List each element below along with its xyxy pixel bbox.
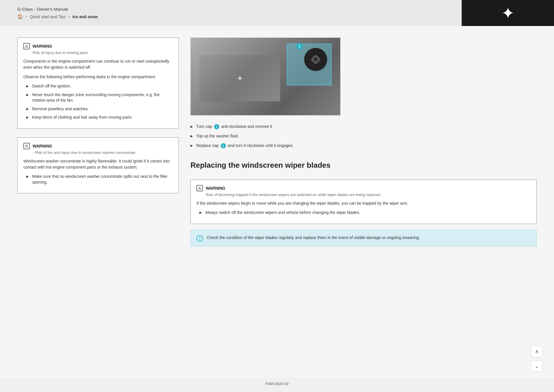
warning-header-2: ⚠ WARNING: [23, 143, 173, 149]
warning-subtitle-1: Risk of injury due to moving parts: [33, 51, 173, 55]
left-column: ⚠ WARNING Risk of injury due to moving p…: [17, 38, 179, 366]
warning-title-2: WARNING: [33, 144, 52, 148]
scroll-up-button[interactable]: ∧: [531, 346, 542, 357]
wiper-warning-bullets: ▶ Always switch off the windscreen wiper…: [199, 210, 531, 216]
bullet-text: Switch off the ignition.: [32, 83, 71, 89]
mercedes-star-icon: ✦: [501, 4, 515, 23]
breadcrumb-quick-start[interactable]: Quick start and Tips: [30, 14, 66, 19]
list-item: ▶ Keep items of clothing and hair away f…: [26, 115, 173, 120]
warning-body-1: Components in the engine compartment can…: [23, 58, 173, 70]
breadcrumb-current: Ice and snow: [72, 14, 98, 19]
warning-body-2: Windscreen washer concentrate is highly …: [23, 158, 173, 170]
warning-icon-2: ⚠: [23, 143, 30, 149]
warning-bullets-2: ▶ Make sure that no windscreen washer co…: [26, 174, 173, 185]
warning-observe: Observe the following before performing …: [23, 74, 173, 80]
cap-badge-2: 1: [221, 143, 226, 148]
warning-box-2: ⚠ WARNING - Risk of fire and injury due …: [17, 137, 179, 193]
bullet-arrow-icon: ▶: [190, 124, 193, 129]
bullet-text: Make sure that no windscreen washer conc…: [32, 174, 173, 185]
step-item-1: ▶ Turn cap 1 anti-clockwise and remove i…: [190, 124, 537, 130]
wiper-warning-body: If the windscreen wipers begin to move w…: [196, 200, 531, 206]
svg-point-0: [313, 57, 318, 62]
cap-circle: [304, 48, 327, 71]
step-text-2: Top up the washer fluid.: [196, 133, 239, 139]
wiper-warning-icon: ⚠: [196, 185, 203, 191]
bullet-text: Remove jewellery and watches.: [32, 106, 89, 112]
list-item: ▶ Never touch the danger zone surroundin…: [26, 92, 173, 103]
engine-image: ✦ 1: [190, 38, 340, 115]
step-text-3: Replace cap 1 and turn it clockwise unti…: [196, 143, 294, 149]
warning-bullets-1: ▶ Switch off the ignition. ▶ Never touch…: [26, 83, 173, 120]
wiper-warning-box: ⚠ WARNING Risk of becoming trapped if th…: [190, 180, 537, 224]
bullet-arrow-icon: ▶: [26, 115, 29, 120]
bullet-arrow-icon: ▶: [26, 107, 29, 111]
warning-icon-1: ⚠: [23, 43, 30, 49]
info-text: Check the condition of the wiper blades …: [207, 235, 420, 241]
bullet-arrow-icon: ▶: [26, 84, 29, 88]
engine-star-icon: ✦: [236, 73, 244, 83]
list-item: ▶ Always switch off the windscreen wiper…: [199, 210, 531, 216]
warning-header-1: ⚠ WARNING: [23, 43, 173, 49]
header-content: G-Class - Owner's Manual 🏠 > Quick start…: [17, 7, 98, 19]
bullet-arrow-icon: ▶: [199, 210, 202, 215]
wiper-warning-subtitle: Risk of becoming trapped if the windscre…: [206, 193, 531, 197]
wiper-warning-header: ⚠ WARNING: [196, 185, 531, 191]
step-item-2: ▶ Top up the washer fluid.: [190, 133, 537, 139]
wiper-warning-title: WARNING: [206, 186, 225, 191]
washer-steps: ▶ Turn cap 1 anti-clockwise and remove i…: [190, 124, 537, 152]
main-content: ⚠ WARNING Risk of injury due to moving p…: [0, 26, 554, 378]
engine-bg: ✦ 1: [191, 38, 340, 115]
home-icon[interactable]: 🏠: [17, 14, 23, 19]
list-item: ▶ Make sure that no windscreen washer co…: [26, 174, 173, 185]
breadcrumb: 🏠 > Quick start and Tips > Ice and snow: [17, 14, 98, 19]
bullet-text: Keep items of clothing and hair away fro…: [32, 115, 133, 120]
cap-badge-1: 1: [214, 124, 219, 129]
info-icon: i: [196, 235, 203, 242]
footer: F465 0024 02: [0, 378, 554, 390]
bullet-text: Never touch the danger zone surrounding …: [32, 92, 173, 103]
list-item: ▶ Switch off the ignition.: [26, 83, 173, 89]
bullet-text: Always switch off the windscreen wipers …: [205, 210, 360, 216]
list-item: ▶ Remove jewellery and watches.: [26, 106, 173, 112]
header: G-Class - Owner's Manual 🏠 > Quick start…: [0, 0, 554, 26]
warning-subtitle-2: - Risk of fire and injury due to windscr…: [33, 150, 173, 155]
wiper-section-heading: Replacing the windscreen wiper blades: [190, 161, 537, 170]
info-box: i Check the condition of the wiper blade…: [190, 230, 537, 247]
engine-inner: ✦: [199, 55, 280, 101]
bullet-arrow-icon: ▶: [190, 134, 193, 139]
bullet-arrow-icon: ▶: [26, 93, 29, 97]
footer-code: F465 0024 02: [265, 382, 289, 386]
warning-box-1: ⚠ WARNING Risk of injury due to moving p…: [17, 38, 179, 129]
right-column: ✦ 1 ▶ Turn cap 1 anti-cl: [190, 38, 537, 366]
cap-svg: [310, 54, 321, 65]
breadcrumb-sep-2: >: [68, 14, 70, 19]
breadcrumb-sep-1: >: [25, 14, 28, 19]
cap-number-badge: 1: [296, 43, 303, 49]
header-logo: ✦: [462, 0, 554, 26]
step-text-1: Turn cap 1 anti-clockwise and remove it.: [196, 124, 273, 130]
step-item-3: ▶ Replace cap 1 and turn it clockwise un…: [190, 143, 537, 149]
bullet-arrow-icon: ▶: [190, 143, 193, 148]
scroll-down-button[interactable]: ⌄: [531, 360, 542, 372]
warning-title-1: WARNING: [33, 44, 52, 48]
bullet-arrow-icon: ▶: [26, 174, 29, 179]
manual-title: G-Class - Owner's Manual: [17, 7, 98, 12]
